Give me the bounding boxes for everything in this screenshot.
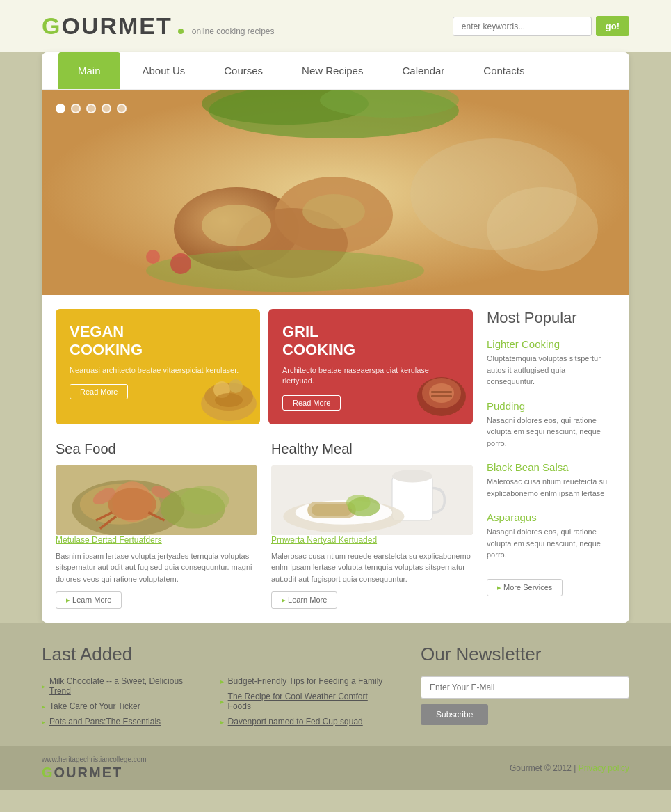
subscribe-button[interactable]: Subscribe <box>421 704 488 725</box>
sidebar-lighter-cooking-title[interactable]: Lighter Cooking <box>487 338 615 350</box>
sidebar-lighter-cooking-text: Oluptatemquia voluptas sitspertur autos … <box>487 353 615 388</box>
nav-item-contacts[interactable]: Contacts <box>464 52 544 89</box>
healthymeal-title: Healthy Meal <box>271 441 473 457</box>
sidebar-black-bean-salsa-text: Malerosac cusa ntium reueteicta su expli… <box>487 476 615 499</box>
healthymeal-section: Healthy Meal <box>271 441 473 610</box>
promo-card-gril: GRILCOOKING Architecto beatae naseaerspa… <box>268 309 473 424</box>
seafood-food-image <box>56 465 257 535</box>
seafood-link[interactable]: Metulase Dertad Fertuafders <box>56 535 257 545</box>
footer-newsletter: Our Newsletter Subscribe <box>421 644 629 732</box>
footer-last-added: Last Added Milk Chocolate -- a Sweet, De… <box>42 644 393 732</box>
footer-links-two-col: Milk Chocolate -- a Sweet, Delicious Tre… <box>42 676 393 732</box>
footer-link-1[interactable]: Milk Chocolate -- a Sweet, Delicious Tre… <box>49 676 207 696</box>
logo-subtitle: online cooking recipes <box>192 26 275 36</box>
hero-slider <box>42 90 629 295</box>
sidebar-title: Most Popular <box>487 309 615 327</box>
sidebar-black-bean-salsa-title[interactable]: Black Bean Salsa <box>487 461 615 473</box>
sidebar-item-pudding: Pudding Nasagni dolores eos, qui ratione… <box>487 400 615 449</box>
footer-link-3[interactable]: Pots and Pans:The Essentials <box>49 717 161 726</box>
newsletter-title: Our Newsletter <box>421 644 629 665</box>
promo-vegan-title: VEGANCOOKING <box>70 323 246 360</box>
footer-link-item: Davenport named to Fed Cup squad <box>220 717 393 726</box>
sidebar-item-lighter-cooking: Lighter Cooking Oluptatemquia voluptas s… <box>487 338 615 388</box>
main-container: Main About Us Courses New Recipes Calend… <box>42 52 629 623</box>
slider-dot-1[interactable] <box>56 104 65 113</box>
logo-dot-icon <box>178 29 184 34</box>
nav-item-main[interactable]: Main <box>58 52 120 89</box>
slider-dot-2[interactable] <box>71 104 81 113</box>
search-input[interactable] <box>453 17 592 36</box>
logo: GOURMET online cooking recipes <box>42 13 275 40</box>
svg-rect-24 <box>431 395 452 397</box>
more-services-button[interactable]: More Services <box>487 579 563 596</box>
sidebar-pudding-text: Nasagni dolores eos, qui ratione volupta… <box>487 415 615 449</box>
sidebar-item-black-bean-salsa: Black Bean Salsa Malerosac cusa ntium re… <box>487 461 615 499</box>
top-header: GOURMET online cooking recipes go! <box>0 0 671 52</box>
svg-rect-43 <box>312 504 352 515</box>
footer-link-item: Take Care of Your Ticker <box>42 701 207 711</box>
logo-g-letter: G <box>42 13 61 39</box>
svg-point-17 <box>229 379 243 393</box>
nav-item-courses[interactable]: Courses <box>204 52 282 89</box>
healthymeal-link[interactable]: Prnwerta Nertyad Kertuaded <box>271 535 473 545</box>
footer-link-5[interactable]: The Recipe for Cool Weather Comfort Food… <box>228 692 393 711</box>
bottom-url: www.heritagechristiancollege.com <box>42 756 147 763</box>
footer-links-col2: Budget-Friendly Tips for Feeding a Famil… <box>220 676 393 732</box>
footer-link-4[interactable]: Budget-Friendly Tips for Feeding a Famil… <box>228 676 383 686</box>
content-grid: VEGANCOOKING Nearuasi architecto beatae … <box>42 295 629 623</box>
svg-point-10 <box>170 253 191 274</box>
footer-link-item: The Recipe for Cool Weather Comfort Food… <box>220 692 393 711</box>
healthymeal-learn-more[interactable]: Learn More <box>271 591 337 609</box>
footer-link-item: Budget-Friendly Tips for Feeding a Famil… <box>220 676 393 686</box>
bottom-logo-area: www.heritagechristiancollege.com GOURMET <box>42 756 147 781</box>
slider-dot-3[interactable] <box>86 104 96 113</box>
promo-row: VEGANCOOKING Nearuasi architecto beatae … <box>56 309 473 424</box>
seafood-description: Basnim ipsam lertase volupta jertyades t… <box>56 550 257 585</box>
newsletter-email-input[interactable] <box>421 676 629 699</box>
nav-item-calendar[interactable]: Calendar <box>382 52 464 89</box>
svg-point-7 <box>202 205 271 246</box>
section-row: Sea Food <box>56 441 473 610</box>
footer-link-item: Pots and Pans:The Essentials <box>42 717 207 726</box>
nav-item-about[interactable]: About Us <box>123 52 205 89</box>
hero-food-image <box>42 90 629 295</box>
last-added-title: Last Added <box>42 644 393 665</box>
promo-gril-food-image <box>410 362 473 424</box>
bottom-copyright: Gourmet © 2012 | Privacy policy <box>510 763 629 773</box>
footer-content: Last Added Milk Chocolate -- a Sweet, De… <box>0 623 671 746</box>
svg-rect-23 <box>431 391 452 393</box>
sidebar-asparagus-text: Nasagni dolores eos, qui ratione volupta… <box>487 526 615 561</box>
slider-dot-4[interactable] <box>102 104 111 113</box>
nav-item-new-recipes[interactable]: New Recipes <box>282 52 382 89</box>
logo-text: GOURMET <box>42 13 172 39</box>
promo-vegan-read-more[interactable]: Read More <box>70 384 128 399</box>
seafood-learn-more[interactable]: Learn More <box>56 591 122 609</box>
privacy-policy-link[interactable]: Privacy policy <box>579 763 629 773</box>
slider-dot-5[interactable] <box>117 104 127 113</box>
svg-point-13 <box>487 187 598 271</box>
healthymeal-food-image <box>271 465 473 535</box>
svg-point-36 <box>181 486 229 515</box>
seafood-title: Sea Food <box>56 441 257 457</box>
promo-gril-read-more[interactable]: Read More <box>282 395 341 411</box>
bottom-logo-text: GOURMET <box>42 765 122 781</box>
svg-point-39 <box>392 469 432 482</box>
seafood-section: Sea Food <box>56 441 257 610</box>
right-sidebar: Most Popular Lighter Cooking Oluptatemqu… <box>473 309 615 609</box>
left-content: VEGANCOOKING Nearuasi architecto beatae … <box>56 309 473 609</box>
bottom-footer: www.heritagechristiancollege.com GOURMET… <box>0 746 671 790</box>
svg-point-8 <box>302 194 365 229</box>
healthymeal-description: Malerosac cusa ntium reuede earstelcta s… <box>271 550 473 585</box>
promo-gril-title: GRILCOOKING <box>282 323 459 360</box>
promo-vegan-food-image <box>197 362 260 424</box>
search-bar: go! <box>453 16 629 36</box>
search-button[interactable]: go! <box>596 16 629 36</box>
navigation: Main About Us Courses New Recipes Calend… <box>42 52 629 90</box>
sidebar-asparagus-title[interactable]: Asparagus <box>487 511 615 523</box>
footer-link-item: Milk Chocolate -- a Sweet, Delicious Tre… <box>42 676 207 696</box>
promo-card-vegan: VEGANCOOKING Nearuasi architecto beatae … <box>56 309 260 424</box>
footer-link-2[interactable]: Take Care of Your Ticker <box>49 701 140 711</box>
sidebar-pudding-title[interactable]: Pudding <box>487 400 615 412</box>
svg-point-18 <box>215 393 243 407</box>
footer-link-6[interactable]: Davenport named to Fed Cup squad <box>228 717 363 726</box>
